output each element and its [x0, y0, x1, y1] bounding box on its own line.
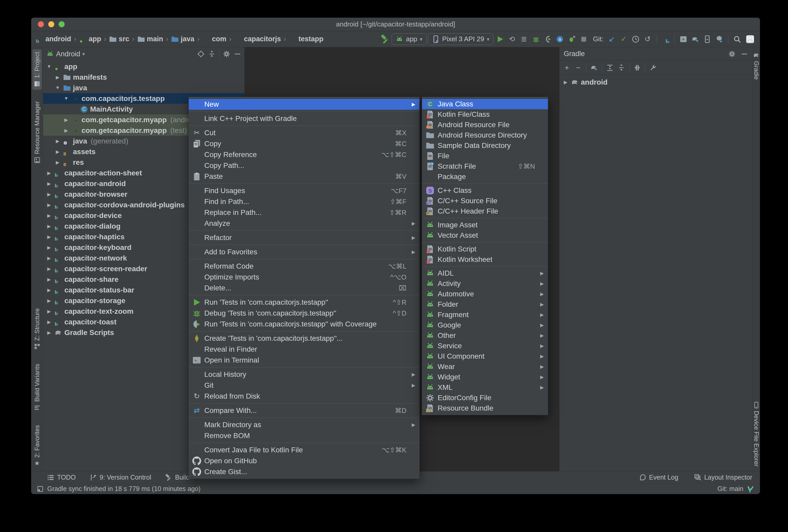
menu-item-reveal-in-finder[interactable]: Reveal in Finder	[189, 344, 419, 355]
menu-item-copy[interactable]: Copy⌘C	[189, 138, 419, 149]
rollback-button[interactable]: ↺	[643, 34, 653, 44]
settings-button[interactable]	[728, 50, 735, 58]
collapse-all-button[interactable]	[618, 64, 625, 71]
avd-manager-button[interactable]	[702, 34, 712, 44]
menu-item-android-resource-directory[interactable]: Android Resource Directory	[422, 130, 548, 140]
menu-item-run-tests-in-com-capacitorjs-testapp[interactable]: Run 'Tests in 'com.capacitorjs.testapp''…	[189, 297, 419, 308]
menu-item-ui-component[interactable]: UI Component▶	[422, 351, 548, 361]
tree-item-app[interactable]: ▼path d="M1 2.8h5.2l1.5 1.9H15v8.6H1z" f…	[43, 61, 244, 72]
collapsed-caret-icon[interactable]: ▶	[46, 319, 53, 325]
menu-item-create-tests-in-com-capacitorjs-testapp[interactable]: Create 'Tests in 'com.capacitorjs.testap…	[189, 333, 419, 344]
collapsed-caret-icon[interactable]: ▶	[46, 266, 53, 272]
menu-item-folder[interactable]: Folder▶	[422, 299, 548, 310]
stripe-tab-resource-manager[interactable]: Resource Manager	[33, 99, 42, 166]
menu-item-android-resource-file[interactable]: <>Android Resource File	[422, 120, 548, 130]
collapsed-caret-icon[interactable]: ▶	[46, 170, 53, 176]
zoom-window-button[interactable]	[59, 21, 65, 27]
close-window-button[interactable]	[38, 21, 44, 27]
attach-debugger-button[interactable]	[543, 34, 553, 44]
tool-window-button-event-log[interactable]: Event Log	[639, 474, 678, 481]
menu-item-run-tests-in-com-capacitorjs-testapp-with-covera[interactable]: Run 'Tests in 'com.capacitorjs.testapp''…	[189, 319, 419, 330]
menu-item-convert-java-file-to-kotlin-file[interactable]: Convert Java File to Kotlin File⌥⇧⌘K	[189, 445, 419, 455]
menu-item-local-history[interactable]: Local History▶	[189, 369, 419, 380]
stripe-tab-gradle[interactable]: Gradle	[752, 49, 761, 82]
collapsed-caret-icon[interactable]: ▶	[46, 287, 53, 293]
menu-item-image-asset[interactable]: Image Asset	[422, 220, 548, 230]
hide-button[interactable]	[234, 50, 241, 58]
collapsed-caret-icon[interactable]: ▶	[46, 213, 53, 218]
menu-item-copy-reference[interactable]: Copy Reference⌥⇧⌘C	[189, 149, 419, 160]
menu-item-debug-tests-in-com-capacitorjs-testapp[interactable]: Debug 'Tests in 'com.capacitorjs.testapp…	[189, 308, 419, 319]
stop-button[interactable]	[578, 34, 589, 44]
expanded-caret-icon[interactable]: ▼	[63, 96, 70, 101]
menu-item-open-on-github[interactable]: Open on GitHub	[189, 455, 419, 466]
menu-item-kotlin-file-class[interactable]: Kotlin File/Class	[422, 109, 548, 120]
commit-button[interactable]: ✓	[618, 34, 629, 44]
build-hammer-icon[interactable]	[380, 34, 390, 44]
collapsed-caret-icon[interactable]: ▶	[54, 160, 61, 165]
collapsed-caret-icon[interactable]: ▶	[46, 234, 53, 240]
menu-item-fragment[interactable]: Fragment▶	[422, 310, 548, 320]
menu-item-mark-directory-as[interactable]: Mark Directory as▶	[189, 419, 419, 430]
collapsed-caret-icon[interactable]: ▶	[46, 192, 53, 197]
menu-item-new[interactable]: New▶	[189, 99, 419, 110]
device-select[interactable]: Pixel 3 API 29 ▾	[428, 34, 493, 45]
tree-item-android[interactable]: ▶android	[559, 77, 752, 87]
collapsed-caret-icon[interactable]: ▶	[46, 255, 53, 261]
tool-window-button-build[interactable]: Build	[164, 474, 190, 481]
menu-item-package[interactable]: path d="M1 2.8h5.2l1.5 1.9H15v8.6H1z" fi…	[422, 172, 548, 182]
menu-item-scratch-file[interactable]: Scratch File⇧⌘N	[422, 161, 548, 172]
menu-item-resource-bundle[interactable]: Resource Bundle	[422, 403, 548, 413]
menu-item-c-c-source-file[interactable]: C++C/C++ Source File	[422, 196, 548, 206]
gradle-sync-button[interactable]	[590, 64, 598, 71]
menu-item-google[interactable]: Google▶	[422, 320, 548, 330]
collapsed-caret-icon[interactable]: ▶	[46, 298, 53, 303]
menu-item-activity[interactable]: Activity▶	[422, 278, 548, 289]
menu-item-service[interactable]: Service▶	[422, 341, 548, 351]
tree-item-manifests[interactable]: ▶manifests	[43, 72, 244, 82]
menu-item-refactor[interactable]: Refactor▶	[189, 232, 419, 243]
menu-item-sample-data-directory[interactable]: Sample Data Directory	[422, 140, 548, 151]
breadcrumb-item-android[interactable]: path d="M1 2.8h5.2l1.5 1.9H15v8.6H1z" fi…	[36, 35, 71, 43]
menu-item-kotlin-script[interactable]: Kotlin Script	[422, 244, 548, 254]
menu-item-remove-bom[interactable]: Remove BOM	[189, 430, 419, 441]
menu-item-compare-with[interactable]: ⇄Compare With...⌘D	[189, 405, 419, 416]
collapsed-caret-icon[interactable]: ▶	[54, 138, 61, 144]
collapsed-caret-icon[interactable]: ▶	[46, 330, 53, 336]
apply-code-changes-button[interactable]: ≣	[519, 34, 529, 44]
collapse-all-button[interactable]	[208, 50, 215, 58]
expanded-caret-icon[interactable]: ▼	[54, 85, 61, 91]
menu-item-editorconfig-file[interactable]: EditorConfig File	[422, 393, 548, 403]
update-project-button[interactable]: ↙	[607, 34, 617, 44]
collapsed-caret-icon[interactable]: ▶	[63, 128, 70, 133]
history-button[interactable]	[630, 34, 641, 44]
search-everywhere-button[interactable]	[732, 34, 742, 44]
run-configuration-select[interactable]: app ▾	[392, 34, 426, 45]
collapsed-caret-icon[interactable]: ▶	[63, 117, 70, 123]
run-button[interactable]	[495, 34, 505, 44]
git-branch-widget[interactable]: Git: main	[717, 485, 743, 493]
collapsed-caret-icon[interactable]: ▶	[54, 75, 61, 80]
add-button[interactable]: +	[563, 64, 571, 71]
menu-item-find-in-path[interactable]: Find in Path...⇧⌘F	[189, 196, 419, 207]
menu-item-widget[interactable]: Widget▶	[422, 372, 548, 382]
profile-avatar-button[interactable]	[745, 34, 755, 44]
menu-item-automotive[interactable]: Automotive▶	[422, 289, 548, 299]
tool-window-button-layout-inspector[interactable]: Layout Inspector	[694, 474, 752, 481]
breadcrumb-item-main[interactable]: main	[137, 35, 163, 43]
debug-button[interactable]	[531, 34, 541, 44]
tool-windows-toggle-icon[interactable]	[37, 486, 44, 492]
attach-profiler-button[interactable]	[567, 34, 577, 44]
menu-item-create-gist[interactable]: Create Gist...	[189, 466, 419, 477]
breadcrumb-item-app[interactable]: path d="M1 2.8h5.2l1.5 1.9H15v8.6H1z" fi…	[79, 35, 101, 43]
breadcrumb-item-com[interactable]: path d="M1 2.8h5.2l1.5 1.9H15v8.6H1z" fi…	[202, 35, 226, 43]
menu-item-vector-asset[interactable]: Vector Asset	[422, 230, 548, 240]
sdk-manager-button[interactable]	[714, 34, 724, 44]
menu-item-wear[interactable]: Wear▶	[422, 361, 548, 372]
collapsed-caret-icon[interactable]: ▶	[46, 309, 53, 314]
stripe-tab-z-structure[interactable]: Z: Structure	[33, 306, 42, 352]
gradle-sync-button[interactable]	[690, 34, 701, 44]
collapsed-caret-icon[interactable]: ▶	[54, 149, 61, 155]
tool-window-button-9-version-control[interactable]: 9: Version Control	[89, 474, 151, 481]
stripe-tab-2-favorites[interactable]: 2: Favorites★	[33, 422, 42, 469]
